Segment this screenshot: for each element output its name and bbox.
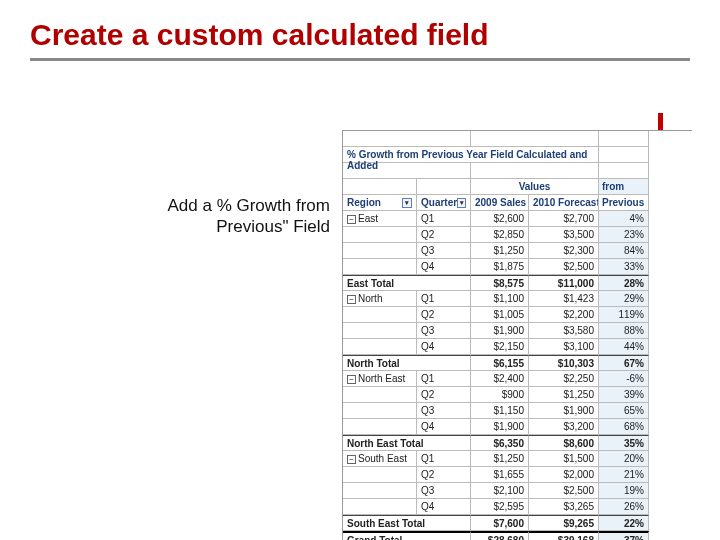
sales-2009-cell: $1,005 [471,307,529,323]
region-cell [343,403,417,419]
growth-cell: 88% [599,323,649,339]
growth-cell: 119% [599,307,649,323]
forecast-2010-cell: $1,500 [529,451,599,467]
forecast-2010-cell: $2,200 [529,307,599,323]
subtotal-growth: 22% [599,515,649,531]
region-label: North East [358,373,405,384]
region-label: South East [358,453,407,464]
sales-2009-cell: $1,250 [471,243,529,259]
values-header: Values [471,179,599,195]
quarter-cell: Q3 [417,323,471,339]
region-cell [343,339,417,355]
collapse-toggle[interactable]: − [347,295,356,304]
grand-total-label: Grand Total [343,531,471,540]
growth-cell: 65% [599,403,649,419]
col-quarter[interactable]: Quarter ▾ [417,195,471,211]
forecast-2010-cell: $2,700 [529,211,599,227]
forecast-2010-cell: $2,250 [529,371,599,387]
collapse-toggle[interactable]: − [347,455,356,464]
region-cell [343,419,417,435]
quarter-cell: Q1 [417,211,471,227]
region-label: East [358,213,378,224]
sales-2009-cell: $1,655 [471,467,529,483]
grand-total-2010: $39,168 [529,531,599,540]
sales-2009-cell: $2,150 [471,339,529,355]
caption-text: Add a % Growth from Previous" Field [95,195,330,238]
title-underline [30,58,690,61]
subtotal-2009: $8,575 [471,275,529,291]
growth-cell: 33% [599,259,649,275]
forecast-2010-cell: $2,000 [529,467,599,483]
sales-2009-cell: $1,875 [471,259,529,275]
col-growth: Previous [599,195,649,211]
subtotal-growth: 28% [599,275,649,291]
forecast-2010-cell: $2,500 [529,259,599,275]
subtotal-label: North East Total [343,435,471,451]
quarter-cell: Q3 [417,243,471,259]
collapse-toggle[interactable]: − [347,375,356,384]
forecast-2010-cell: $3,200 [529,419,599,435]
forecast-2010-cell: $1,423 [529,291,599,307]
sales-2009-cell: $1,150 [471,403,529,419]
growth-cell: 20% [599,451,649,467]
dropdown-icon[interactable]: ▾ [402,198,412,208]
col-2009-sales: 2009 Sales [471,195,529,211]
growth-cell: 4% [599,211,649,227]
banner-label: % Growth from Previous Year Field Calcul… [343,147,599,163]
quarter-cell: Q2 [417,467,471,483]
region-cell [343,467,417,483]
sales-2009-cell: $1,900 [471,323,529,339]
sales-2009-cell: $2,100 [471,483,529,499]
forecast-2010-cell: $3,500 [529,227,599,243]
quarter-cell: Q1 [417,451,471,467]
growth-cell: 68% [599,419,649,435]
col-2010-forecast: 2010 Forecast [529,195,599,211]
quarter-cell: Q4 [417,259,471,275]
grand-total-growth: 37% [599,531,649,540]
growth-cell: 21% [599,467,649,483]
growth-header-top: from [599,179,649,195]
sales-2009-cell: $2,600 [471,211,529,227]
region-cell [343,243,417,259]
region-cell [343,499,417,515]
region-cell: −North East [343,371,417,387]
sales-2009-cell: $2,850 [471,227,529,243]
slide-title: Create a custom calculated field [30,18,690,52]
region-label: North [358,293,382,304]
growth-cell: 19% [599,483,649,499]
sales-2009-cell: $1,250 [471,451,529,467]
subtotal-2010: $10,303 [529,355,599,371]
forecast-2010-cell: $1,900 [529,403,599,419]
growth-cell: 84% [599,243,649,259]
forecast-2010-cell: $2,300 [529,243,599,259]
col-quarter-label: Quarter [421,196,457,210]
grand-total-2009: $28,680 [471,531,529,540]
quarter-cell: Q4 [417,419,471,435]
dropdown-icon[interactable]: ▾ [457,198,466,208]
growth-cell: -6% [599,371,649,387]
col-region[interactable]: Region ▾ [343,195,417,211]
quarter-cell: Q4 [417,339,471,355]
subtotal-label: East Total [343,275,471,291]
growth-cell: 44% [599,339,649,355]
col-region-label: Region [347,196,381,210]
forecast-2010-cell: $3,100 [529,339,599,355]
forecast-2010-cell: $3,580 [529,323,599,339]
growth-cell: 39% [599,387,649,403]
quarter-cell: Q1 [417,291,471,307]
sales-2009-cell: $2,400 [471,371,529,387]
forecast-2010-cell: $2,500 [529,483,599,499]
subtotal-2009: $7,600 [471,515,529,531]
region-cell [343,259,417,275]
subtotal-label: South East Total [343,515,471,531]
sales-2009-cell: $1,100 [471,291,529,307]
quarter-cell: Q2 [417,227,471,243]
subtotal-2009: $6,155 [471,355,529,371]
collapse-toggle[interactable]: − [347,215,356,224]
region-cell [343,387,417,403]
region-cell [343,227,417,243]
region-cell: −North [343,291,417,307]
quarter-cell: Q3 [417,403,471,419]
subtotal-2010: $8,600 [529,435,599,451]
subtotal-2009: $6,350 [471,435,529,451]
